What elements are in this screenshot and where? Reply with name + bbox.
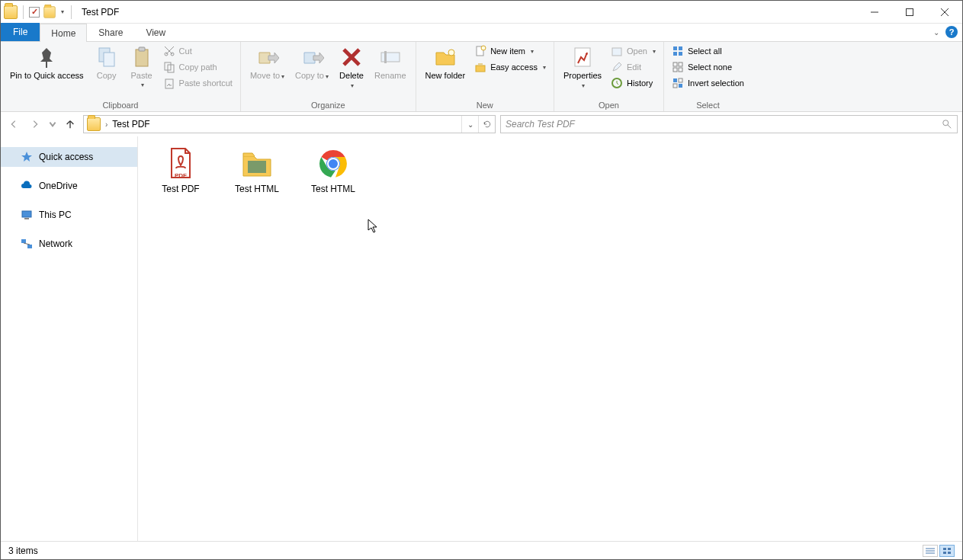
svg-rect-42 bbox=[24, 218, 29, 219]
nav-quick-access[interactable]: Quick access bbox=[1, 147, 137, 167]
copy-to-button: Copy to▾ bbox=[291, 43, 333, 83]
tab-view[interactable]: View bbox=[134, 23, 177, 41]
group-label: Open bbox=[559, 99, 659, 111]
easy-access-button[interactable]: Easy access▾ bbox=[471, 59, 549, 75]
invert-selection-button[interactable]: Invert selection bbox=[669, 75, 747, 91]
maximize-button[interactable] bbox=[892, 1, 927, 24]
breadcrumb-item[interactable]: Test PDF bbox=[109, 119, 152, 130]
pin-to-quick-access-button[interactable]: Pin to Quick access bbox=[5, 43, 88, 82]
new-item-button[interactable]: New item▾ bbox=[471, 43, 549, 59]
ribbon-group-select: Select all Select none Invert selection … bbox=[664, 42, 752, 111]
close-button[interactable] bbox=[927, 1, 962, 24]
item-count: 3 items bbox=[8, 546, 38, 556]
svg-rect-25 bbox=[612, 48, 621, 56]
delete-icon bbox=[339, 45, 364, 69]
svg-rect-19 bbox=[384, 51, 387, 63]
svg-line-40 bbox=[948, 125, 951, 128]
search-icon[interactable] bbox=[942, 119, 952, 130]
open-button: Open▾ bbox=[608, 43, 659, 59]
svg-rect-47 bbox=[248, 161, 266, 173]
select-all-button[interactable]: Select all bbox=[669, 43, 747, 59]
group-label: Select bbox=[669, 99, 747, 111]
search-input[interactable] bbox=[506, 119, 942, 130]
app-folder-icon bbox=[4, 5, 18, 19]
tab-home[interactable]: Home bbox=[40, 24, 87, 42]
back-button[interactable] bbox=[5, 116, 22, 133]
edit-button: Edit bbox=[608, 59, 659, 75]
ribbon-tabs: File Home Share View ⌄ ? bbox=[1, 24, 962, 42]
ribbon-group-clipboard: Pin to Quick access Copy Paste ▾ Cut Cop… bbox=[1, 42, 241, 111]
network-icon bbox=[21, 238, 33, 250]
search-box[interactable] bbox=[500, 115, 958, 133]
svg-rect-36 bbox=[679, 78, 682, 82]
nav-onedrive[interactable]: OneDrive bbox=[1, 176, 137, 196]
tab-file[interactable]: File bbox=[1, 23, 40, 41]
svg-rect-37 bbox=[673, 84, 677, 88]
file-item[interactable]: Test HTML bbox=[306, 147, 361, 194]
qat-separator bbox=[71, 5, 72, 19]
file-item[interactable]: PDF Test PDF bbox=[153, 147, 208, 194]
location-folder-icon bbox=[87, 117, 101, 131]
history-icon bbox=[611, 77, 623, 89]
select-none-button[interactable]: Select none bbox=[669, 59, 747, 75]
svg-point-20 bbox=[448, 50, 454, 56]
ribbon-group-organize: Move to▾ Copy to▾ Delete▾ Rename Organiz… bbox=[241, 42, 416, 111]
large-icons-view-button[interactable] bbox=[939, 545, 955, 557]
group-label: New bbox=[421, 99, 549, 111]
star-icon bbox=[21, 151, 33, 163]
edit-icon bbox=[611, 61, 623, 73]
svg-rect-33 bbox=[673, 68, 677, 72]
svg-rect-24 bbox=[575, 48, 590, 66]
quick-access-toolbar: ✓ ▾ bbox=[1, 5, 77, 19]
svg-rect-31 bbox=[673, 62, 677, 66]
group-label: Clipboard bbox=[5, 99, 236, 111]
dropdown-icon: ▾ bbox=[141, 82, 144, 88]
recent-locations-dropdown[interactable] bbox=[48, 116, 57, 133]
tab-share[interactable]: Share bbox=[87, 23, 134, 41]
group-label: Organize bbox=[246, 99, 411, 111]
move-to-button: Move to▾ bbox=[246, 43, 289, 83]
refresh-button[interactable] bbox=[478, 116, 495, 133]
svg-rect-38 bbox=[679, 84, 682, 88]
open-icon bbox=[611, 45, 623, 57]
cut-button: Cut bbox=[160, 43, 236, 59]
scissors-icon bbox=[163, 45, 175, 57]
title-bar: ✓ ▾ Test PDF bbox=[1, 1, 962, 24]
address-bar[interactable]: › Test PDF ⌄ bbox=[83, 115, 496, 133]
help-button[interactable]: ? bbox=[945, 26, 958, 38]
rename-icon bbox=[378, 45, 403, 69]
svg-rect-1 bbox=[907, 8, 913, 15]
select-all-icon bbox=[672, 45, 684, 57]
svg-rect-30 bbox=[679, 52, 682, 56]
svg-rect-56 bbox=[943, 552, 946, 554]
address-history-dropdown[interactable]: ⌄ bbox=[461, 116, 478, 133]
svg-rect-41 bbox=[22, 211, 31, 217]
delete-button[interactable]: Delete▾ bbox=[335, 43, 368, 92]
new-folder-button[interactable]: New folder bbox=[421, 43, 470, 82]
nav-this-pc[interactable]: This PC bbox=[1, 205, 137, 225]
content-pane[interactable]: PDF Test PDF Test HTML Test HTML bbox=[138, 136, 962, 542]
ribbon-group-new: New folder New item▾ Easy access▾ New bbox=[416, 42, 554, 111]
forward-button[interactable] bbox=[27, 116, 43, 133]
svg-rect-18 bbox=[381, 53, 400, 62]
navigation-row: › Test PDF ⌄ bbox=[1, 112, 962, 136]
file-item[interactable]: Test HTML bbox=[230, 147, 284, 194]
minimize-ribbon-button[interactable]: ⌄ bbox=[933, 28, 939, 37]
qat-properties-icon[interactable]: ✓ bbox=[29, 7, 40, 18]
history-button[interactable]: History bbox=[608, 75, 659, 91]
svg-rect-34 bbox=[679, 68, 682, 72]
minimize-button[interactable] bbox=[857, 1, 892, 24]
svg-line-45 bbox=[24, 243, 30, 245]
nav-network[interactable]: Network bbox=[1, 234, 137, 254]
copy-path-icon bbox=[163, 61, 175, 73]
svg-rect-8 bbox=[139, 47, 145, 51]
paste-shortcut-icon bbox=[163, 77, 175, 89]
easy-access-icon bbox=[474, 61, 486, 73]
details-view-button[interactable] bbox=[923, 545, 938, 557]
qat-customize-dropdown[interactable]: ▾ bbox=[59, 8, 66, 15]
properties-button[interactable]: Properties▾ bbox=[559, 43, 606, 92]
qat-new-folder-icon[interactable] bbox=[43, 6, 55, 18]
status-bar: 3 items bbox=[1, 541, 962, 559]
svg-point-22 bbox=[481, 46, 486, 50]
up-button[interactable] bbox=[62, 116, 79, 133]
